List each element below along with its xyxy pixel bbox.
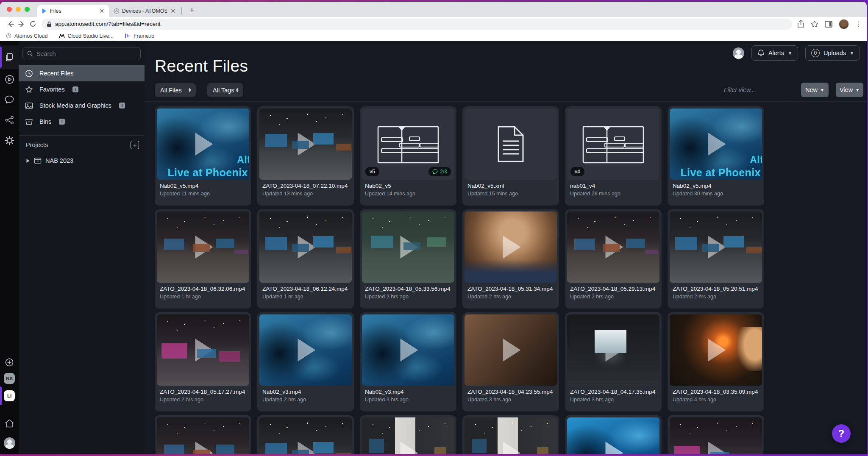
file-thumbnail[interactable] [465, 108, 557, 180]
uploads-button[interactable]: 0 Uploads ▼ [805, 45, 860, 61]
help-button[interactable]: ? [832, 424, 851, 443]
file-thumbnail[interactable] [465, 314, 557, 386]
file-thumbnail[interactable] [362, 314, 454, 386]
alerts-button[interactable]: Alerts ▼ [751, 45, 798, 61]
minimize-window-button[interactable] [16, 7, 21, 12]
bookmark-star-icon[interactable] [811, 20, 818, 28]
close-tab-icon[interactable]: ✕ [98, 8, 105, 14]
file-thumbnail[interactable] [362, 211, 454, 283]
rail-files-button[interactable] [0, 45, 19, 69]
file-card[interactable]: ZATO_2023-04-18_03.35.09.mp4 Updated 4 h… [668, 312, 764, 412]
rail-media-button[interactable] [0, 69, 19, 89]
browser-menu-icon[interactable]: ⋮ [855, 20, 862, 28]
file-thumbnail[interactable] [259, 417, 352, 454]
browser-profile-avatar[interactable] [839, 19, 849, 29]
file-card[interactable] [257, 415, 354, 454]
file-thumbnail[interactable]: Alfa ILive at Phoenix St [157, 108, 249, 180]
file-thumbnail[interactable] [567, 211, 659, 283]
file-card[interactable]: ZATO_2023-04-18_06.32.06.mp4 Updated 1 h… [155, 209, 251, 309]
file-thumbnail[interactable] [465, 211, 557, 283]
play-icon [298, 339, 316, 361]
user-avatar[interactable] [4, 437, 15, 449]
bookmark-cloud-studio-live[interactable]: Cloud Studio Live... [59, 33, 114, 39]
file-thumbnail[interactable] [362, 417, 454, 454]
workspace-badge-li[interactable]: Li [4, 390, 15, 401]
sidebar-item-recent-files[interactable]: Recent Files [19, 65, 145, 81]
file-card[interactable] [668, 415, 764, 454]
forward-icon[interactable] [16, 20, 27, 28]
all-tags-select[interactable]: All Tags ▲▼ [207, 83, 243, 97]
rail-chat-button[interactable] [0, 89, 19, 110]
search-input[interactable] [36, 50, 136, 57]
file-card[interactable]: Alfa ILive at Phoenix St Nab02_v5.mp4 Up… [668, 106, 764, 206]
address-bar[interactable]: app.atomosedit.com/?tab=files&id=recent [42, 19, 792, 30]
home-icon [4, 419, 14, 428]
new-tab-button[interactable]: ＋ [184, 4, 199, 15]
reload-icon[interactable] [27, 20, 38, 28]
back-icon[interactable] [5, 20, 16, 28]
close-window-button[interactable] [7, 7, 12, 12]
file-thumbnail[interactable] [157, 417, 249, 454]
file-card[interactable]: ZATO_2023-04-18_06.12.24.mp4 Updated 1 h… [257, 209, 354, 309]
file-thumbnail[interactable] [670, 314, 762, 386]
info-badge: i [72, 86, 78, 92]
tab-files[interactable]: Files ✕ [37, 5, 109, 17]
new-button[interactable]: New ▼ [801, 83, 829, 97]
file-thumbnail[interactable] [670, 417, 762, 454]
file-card[interactable]: ZATO_2023-04-18_07.22.10.mp4 Updated 13 … [257, 106, 354, 206]
bookmark-atomos-cloud[interactable]: Atomos Cloud [6, 33, 48, 39]
file-thumbnail[interactable] [567, 314, 659, 386]
comments-badge[interactable]: 2/3 [428, 167, 451, 176]
bookmark-frameio[interactable]: Frame.io [125, 33, 154, 39]
maximize-window-button[interactable] [25, 7, 30, 12]
add-project-button[interactable]: ＋ [131, 141, 139, 149]
file-card[interactable] [565, 415, 662, 454]
file-card[interactable]: v5 2/3 Nab02_v5 Updated 14 mins ago [360, 106, 456, 206]
file-card[interactable]: ZATO_2023-04-18_05.17.27.mp4 Updated 2 h… [155, 312, 251, 412]
file-card[interactable]: Nab02_v3.mp4 Updated 3 hrs ago [360, 312, 456, 412]
home-button[interactable] [4, 419, 14, 428]
sidebar-item-stock-media[interactable]: Stock Media and Graphics i [19, 97, 145, 114]
share-icon[interactable] [797, 20, 804, 28]
all-files-select[interactable]: All Files ▲▼ [155, 83, 196, 97]
project-item-nab-2023[interactable]: NAB 2023 [19, 154, 145, 167]
file-card[interactable]: Nab02_v3.mp4 Updated 2 hrs ago [257, 312, 354, 412]
file-card[interactable]: ZATO_2023-04-18_05.29.13.mp4 Updated 2 h… [565, 209, 662, 309]
file-card[interactable] [360, 415, 456, 454]
sidebar-item-favorites[interactable]: Favorites i [19, 81, 145, 97]
tab-devices[interactable]: Devices - ATOMOS Cloud Stud ✕ [109, 5, 181, 17]
close-tab-icon[interactable]: ✕ [170, 8, 176, 14]
file-card[interactable] [462, 415, 559, 454]
sidebar-item-bins[interactable]: Bins i [19, 114, 145, 130]
file-card[interactable]: ZATO_2023-04-18_05.33.56.mp4 Updated 2 h… [360, 209, 456, 309]
search-box[interactable] [22, 47, 141, 60]
file-thumbnail[interactable]: v5 2/3 [362, 108, 454, 180]
file-thumbnail[interactable]: Alfa ILive at Phoenix St [670, 108, 762, 180]
file-card[interactable]: Nab02_v5.xml Updated 15 mins ago [462, 106, 559, 206]
file-thumbnail[interactable] [670, 211, 762, 283]
file-name: ZATO_2023-04-18_06.32.06.mp4 [160, 286, 246, 292]
file-card[interactable]: ZATO_2023-04-18_04.17.35.mp4 Updated 3 h… [565, 312, 662, 412]
file-thumbnail[interactable] [465, 417, 557, 454]
file-card[interactable] [155, 415, 251, 454]
rail-settings-button[interactable] [0, 130, 19, 150]
rail-share-button[interactable] [0, 110, 19, 130]
file-thumbnail[interactable] [157, 314, 249, 386]
file-thumbnail[interactable] [157, 211, 249, 283]
view-button[interactable]: View ▼ [836, 83, 863, 97]
file-card[interactable]: ZATO_2023-04-18_05.31.34.mp4 Updated 2 h… [462, 209, 559, 309]
file-card[interactable]: Alfa ILive at Phoenix St Nab02_v5.mp4 Up… [155, 106, 251, 206]
file-thumbnail[interactable] [259, 211, 352, 283]
account-avatar[interactable] [733, 47, 744, 59]
file-thumbnail[interactable]: v4 [567, 108, 659, 180]
file-thumbnail[interactable] [259, 314, 352, 386]
file-card[interactable]: ZATO_2023-04-18_05.20.51.mp4 Updated 2 h… [668, 209, 764, 309]
file-thumbnail[interactable] [259, 108, 352, 180]
add-workspace-button[interactable] [5, 358, 14, 367]
file-card[interactable]: ZATO_2023-04-18_04.23.55.mp4 Updated 3 h… [462, 312, 559, 412]
file-card[interactable]: v4 nab01_v4 Updated 26 mins ago [565, 106, 662, 206]
workspace-badge-na[interactable]: NA [4, 373, 15, 384]
file-thumbnail[interactable] [567, 417, 659, 454]
filter-view-input[interactable] [724, 86, 788, 96]
side-panel-icon[interactable] [825, 21, 832, 28]
